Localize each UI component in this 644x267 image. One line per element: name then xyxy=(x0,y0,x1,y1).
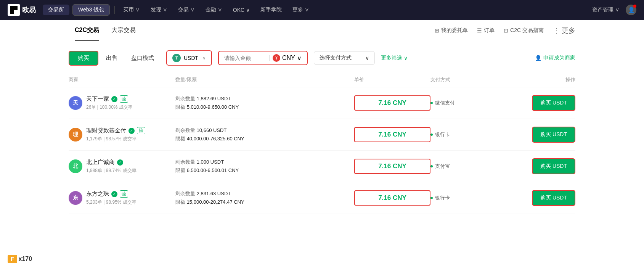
amount-input[interactable] xyxy=(224,55,266,61)
payment-col: 支付宝 xyxy=(430,163,507,170)
watermark: F x170 xyxy=(8,255,32,263)
more-dots-icon: ⋮ xyxy=(553,26,560,35)
table-body: 天 天下一家 ✓ 验 26单 | 100.00% 成交率 剩余数量 1,882.… xyxy=(69,87,575,214)
payment-method: 银行卡 xyxy=(435,131,450,138)
merchant-name: 北上广诚商 ✓ xyxy=(86,159,137,166)
orders-link[interactable]: ☰ 订单 xyxy=(477,27,495,34)
amount-col: 剩余数量 1,000 USDT 限额 6,500.00-6,500.01 CNY xyxy=(175,159,354,174)
watermark-text: x170 xyxy=(19,256,32,262)
merchant-stats: 5,203单 | 98.95% 成交率 xyxy=(86,199,137,206)
payment-col: 银行卡 xyxy=(430,131,507,138)
table-row: 东 东方之珠 ✓ 验 5,203单 | 98.95% 成交率 剩余数量 2,83… xyxy=(69,182,575,214)
payment-dot xyxy=(430,165,433,167)
coin-select[interactable]: T USDT ∨ xyxy=(166,50,212,66)
filter-label: 更多筛选 xyxy=(381,55,402,61)
cny-icon: ¥ xyxy=(273,54,280,62)
merchant-avatar: 东 xyxy=(69,191,82,205)
payment-dot xyxy=(430,134,433,136)
limit-label: 限额 40,000.00-76,325.60 CNY xyxy=(175,135,354,142)
separator xyxy=(269,55,270,61)
amount-col: 剩余数量 2,831.63 USDT 限额 15,000.00-20,274.4… xyxy=(175,190,354,206)
logo-text: 欧易 xyxy=(22,5,36,14)
more-link[interactable]: ⋮ 更多 xyxy=(553,26,575,35)
watermark-logo: F xyxy=(8,255,17,263)
more-filter-button[interactable]: 更多筛选 ∨ xyxy=(381,55,408,61)
buy-button[interactable]: 购买 xyxy=(69,51,98,66)
action-col: 购买 USDT xyxy=(507,95,575,111)
amount-input-box[interactable]: ¥ CNY ∨ xyxy=(218,51,308,65)
remaining-label: 剩余数量 10,660 USDT xyxy=(175,127,354,134)
merchant-col: 天 天下一家 ✓ 验 26单 | 100.00% 成交率 xyxy=(69,95,175,111)
limit-label: 限额 15,000.00-20,274.47 CNY xyxy=(175,199,354,206)
sub-nav-right: ⊞ 我的委托单 ☰ 订单 ⊡ C2C 交易指南 ⋮ 更多 xyxy=(435,26,575,35)
merchant-info: 天下一家 ✓ 验 26单 | 100.00% 成交率 xyxy=(86,95,133,111)
nav-finance[interactable]: 金融 ∨ xyxy=(202,6,226,13)
merchant-name: 天下一家 ✓ 验 xyxy=(86,95,133,103)
tab-bulk[interactable]: 大宗交易 xyxy=(105,20,142,41)
merchant-col: 理 理财贷款基金付 ✓ 验 1,179单 | 98.57% 成交率 xyxy=(69,127,175,142)
buy-usdt-button[interactable]: 购买 USDT xyxy=(532,190,575,206)
svg-rect-3 xyxy=(14,10,18,14)
verified-badge: ✓ xyxy=(128,128,135,134)
currency-value: CNY xyxy=(282,55,295,61)
nav-buy[interactable]: 买币 ∨ xyxy=(119,6,144,13)
apply-merchant-link[interactable]: 👤 申请成为商家 xyxy=(535,55,575,61)
market-mode-button[interactable]: 盘口模式 xyxy=(125,51,160,65)
logo-icon xyxy=(8,4,20,16)
nav-discover[interactable]: 发现 ∨ xyxy=(147,6,171,13)
limit-label: 限额 5,010.00-9,650.00 CNY xyxy=(175,104,354,111)
list-icon: ⊞ xyxy=(435,27,439,34)
payment-method: 银行卡 xyxy=(435,195,450,201)
filter-row: 购买 出售 盘口模式 T USDT ∨ ¥ CNY ∨ 选择支付方式 ∨ 更多筛… xyxy=(69,50,575,66)
coin-value: USDT xyxy=(184,55,198,61)
header-price: 单价 xyxy=(354,76,430,83)
header-action: 操作 xyxy=(507,76,575,83)
nav-academy[interactable]: 新手学院 xyxy=(257,6,286,13)
merchant-icon: 👤 xyxy=(535,55,541,61)
remaining-label: 剩余数量 2,831.63 USDT xyxy=(175,190,354,197)
tab-c2c[interactable]: C2C交易 xyxy=(69,20,105,41)
sub-navigation: C2C交易 大宗交易 ⊞ 我的委托单 ☰ 订单 ⊡ C2C 交易指南 ⋮ 更多 xyxy=(0,20,644,41)
payment-method: 支付宝 xyxy=(435,163,450,170)
limit-label: 限额 6,500.00-6,500.01 CNY xyxy=(175,167,354,174)
buy-usdt-button[interactable]: 购买 USDT xyxy=(532,127,575,143)
guide-icon: ⊡ xyxy=(504,27,508,34)
nav-trade[interactable]: 交易 ∨ xyxy=(174,6,199,13)
amount-col: 剩余数量 1,882.69 USDT 限额 5,010.00-9,650.00 … xyxy=(175,95,354,111)
remaining-label: 剩余数量 1,882.69 USDT xyxy=(175,95,354,102)
price-col: 7.16 CNY xyxy=(354,159,430,174)
currency-select[interactable]: ¥ CNY ∨ xyxy=(273,54,302,62)
payment-dot xyxy=(430,102,433,104)
my-orders-link[interactable]: ⊞ 我的委托单 xyxy=(435,27,468,34)
payment-placeholder: 选择支付方式 xyxy=(320,55,352,61)
main-content: 购买 出售 盘口模式 T USDT ∨ ¥ CNY ∨ 选择支付方式 ∨ 更多筛… xyxy=(0,41,644,223)
buy-usdt-button[interactable]: 购买 USDT xyxy=(532,95,575,111)
verified-badge: ✓ xyxy=(111,191,117,197)
merchant-avatar: 天 xyxy=(69,96,82,110)
guide-link[interactable]: ⊡ C2C 交易指南 xyxy=(504,27,544,34)
payment-col: 银行卡 xyxy=(430,195,507,201)
asset-management-button[interactable]: 资产管理 ∨ xyxy=(592,6,620,13)
buy-usdt-button[interactable]: 购买 USDT xyxy=(532,158,575,174)
nav-more[interactable]: 更多 ∨ xyxy=(289,6,313,13)
nav-divider xyxy=(114,6,115,14)
header-merchant: 商家 xyxy=(69,76,175,83)
logo[interactable]: 欧易 xyxy=(8,4,36,16)
header-amount: 数量/限额 xyxy=(175,76,354,83)
user-avatar[interactable]: 👤 xyxy=(626,5,636,15)
verified-text: 验 xyxy=(120,190,128,198)
merchant-info: 北上广诚商 ✓ 1,988单 | 99.74% 成交率 xyxy=(86,159,137,174)
price-col: 7.16 CNY xyxy=(354,127,430,142)
chevron-down-icon: ∨ xyxy=(202,55,206,61)
usdt-icon: T xyxy=(172,54,181,62)
exchange-button[interactable]: 交易所 xyxy=(43,5,69,15)
merchant-avatar: 北 xyxy=(69,159,82,173)
web3-button[interactable]: Web3 钱包 xyxy=(72,4,110,16)
verified-text: 验 xyxy=(120,95,128,103)
payment-chevron-icon: ∨ xyxy=(365,55,369,61)
merchant-name: 理财贷款基金付 ✓ 验 xyxy=(86,127,145,134)
payment-method-select[interactable]: 选择支付方式 ∨ xyxy=(314,51,375,65)
action-col: 购买 USDT xyxy=(507,190,575,206)
sell-button[interactable]: 出售 xyxy=(100,51,124,65)
nav-okc[interactable]: OKC ∨ xyxy=(229,7,254,13)
